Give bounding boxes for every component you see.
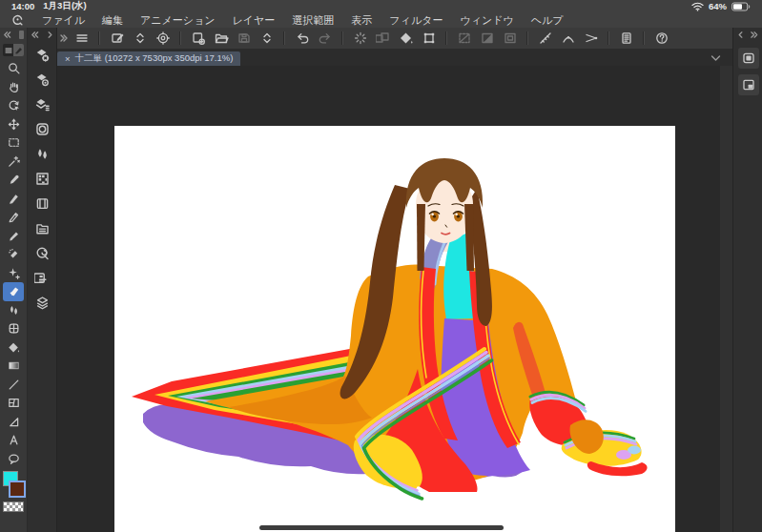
palette-layer-property[interactable]	[31, 265, 53, 290]
menu-file[interactable]: ファイル	[33, 13, 93, 28]
tool-fill[interactable]	[3, 338, 24, 358]
tool-balloon[interactable]	[3, 450, 24, 469]
open-file-button[interactable]	[211, 30, 231, 48]
canvas-tab-active[interactable]: × 十二単 (10272 x 7530px 350dpi 17.1%)	[57, 51, 240, 66]
tool-eraser[interactable]	[3, 282, 24, 301]
tool-ruler[interactable]	[3, 413, 24, 432]
battery-percent: 64%	[709, 1, 727, 11]
menu-layer[interactable]: レイヤー	[224, 13, 284, 28]
art-eye-left-light	[431, 214, 434, 216]
menu-view[interactable]: 表示	[342, 13, 381, 28]
background-color-swatch[interactable]	[9, 481, 26, 498]
overflow-chevron-icon[interactable]	[59, 33, 69, 43]
edit-in-clip-studio-button[interactable]	[107, 30, 127, 48]
artwork-junihitoe-illustration	[114, 126, 675, 532]
tool-brush[interactable]	[3, 227, 24, 246]
save-button[interactable]	[234, 30, 254, 48]
snap-to-vanishing-point-button[interactable]	[581, 30, 601, 48]
tool-rotate[interactable]	[3, 96, 24, 115]
invert-selection-button[interactable]	[477, 30, 497, 48]
command-log-button[interactable]	[616, 30, 636, 48]
tool-bar-panel	[0, 28, 28, 532]
canvas-workspace[interactable]	[57, 66, 732, 532]
expand-button[interactable]	[130, 30, 150, 48]
quick-access-panel-button[interactable]	[738, 48, 759, 69]
navigator-panel-button[interactable]	[738, 74, 759, 95]
tool-auto-select[interactable]	[3, 153, 24, 172]
settings-button[interactable]	[153, 30, 173, 48]
clip-studio-paint-window: 14:00 1月3日(水) 64% ファイル 編集 アニメーション レイヤー 選…	[0, 0, 762, 532]
palette-sub-view[interactable]	[31, 240, 53, 265]
tool-set-switcher[interactable]	[3, 44, 24, 56]
help-button[interactable]	[651, 30, 671, 48]
menu-animation[interactable]: アニメーション	[132, 13, 224, 28]
separator	[608, 31, 609, 45]
fill-button[interactable]	[396, 30, 416, 48]
tool-move-layer[interactable]	[3, 115, 24, 134]
menu-help[interactable]: ヘルプ	[523, 13, 572, 28]
tab-close-icon[interactable]: ×	[65, 53, 71, 64]
palette-brush-size[interactable]	[31, 92, 53, 116]
tool-text[interactable]	[3, 431, 24, 450]
tool-blend[interactable]	[3, 301, 24, 320]
menu-selection[interactable]: 選択範囲	[283, 13, 342, 28]
tool-figure[interactable]	[3, 376, 24, 395]
snap-to-special-ruler-button[interactable]	[558, 30, 578, 48]
transform-button[interactable]	[419, 30, 439, 48]
redo-button[interactable]	[315, 30, 335, 48]
expand-double-chevron-icon[interactable]	[750, 31, 759, 39]
separator	[643, 31, 645, 45]
home-indicator[interactable]	[259, 525, 504, 530]
tool-set-pen-icon[interactable]	[13, 44, 24, 56]
art-eye-left-pupil	[433, 215, 436, 217]
paste-button[interactable]	[373, 30, 393, 48]
menu-window[interactable]: ウィンドウ	[451, 13, 522, 28]
palette-sub-tool[interactable]	[31, 67, 53, 92]
menu-edit[interactable]: 編集	[93, 13, 132, 28]
palette-layer[interactable]	[31, 290, 53, 315]
right-dock	[732, 28, 762, 532]
processing-button[interactable]	[350, 30, 370, 48]
transparent-color-swatch[interactable]	[3, 501, 24, 512]
new-canvas-button[interactable]	[188, 30, 208, 48]
tool-liquify[interactable]	[3, 319, 24, 338]
tool-eyedropper[interactable]	[3, 171, 24, 190]
clock: 14:00	[11, 1, 34, 11]
drag-handle[interactable]	[19, 31, 24, 39]
collapse-chevron-icon[interactable]	[31, 31, 39, 39]
main-menu-button[interactable]	[72, 30, 92, 48]
selection-border-button[interactable]	[500, 30, 520, 48]
collapse-chevron-icon[interactable]	[3, 31, 11, 39]
clip-studio-logo-icon[interactable]	[11, 14, 24, 27]
menu-filter[interactable]: フィルター	[381, 13, 451, 28]
palette-color-history[interactable]	[31, 191, 53, 215]
date: 1月3日(水)	[43, 0, 86, 12]
palette-tool-property[interactable]	[31, 42, 53, 67]
tool-frame-border[interactable]	[3, 394, 24, 413]
undo-button[interactable]	[292, 30, 312, 48]
palette-material[interactable]	[31, 215, 53, 240]
tool-pencil[interactable]	[3, 208, 24, 227]
tool-selection[interactable]	[3, 133, 24, 153]
collapse-chevron-icon[interactable]	[737, 31, 744, 39]
canvas-tab-bar: × 十二単 (10272 x 7530px 350dpi 17.1%)	[57, 50, 732, 66]
palette-color-circle[interactable]	[31, 116, 53, 141]
drawing-canvas[interactable]	[114, 126, 675, 532]
tool-pen[interactable]	[3, 190, 24, 209]
tool-decoration[interactable]	[3, 264, 24, 283]
expand-chevron-icon[interactable]	[47, 31, 53, 39]
color-swatches	[0, 470, 27, 516]
palette-color-mixing[interactable]	[31, 141, 53, 166]
palette-icon-bar	[28, 28, 57, 532]
file-expand-button[interactable]	[257, 30, 277, 48]
deselect-button[interactable]	[454, 30, 474, 48]
scrollbar-track[interactable]	[720, 66, 732, 532]
tool-hand[interactable]	[3, 78, 24, 97]
tool-zoom[interactable]	[3, 59, 24, 78]
tab-list-chevron-icon[interactable]	[711, 54, 721, 62]
tool-set-list-icon[interactable]	[3, 44, 13, 56]
snap-to-ruler-button[interactable]	[535, 30, 555, 48]
tool-gradient[interactable]	[3, 357, 24, 376]
palette-color-set[interactable]	[31, 166, 53, 191]
tool-airbrush[interactable]	[3, 245, 24, 264]
